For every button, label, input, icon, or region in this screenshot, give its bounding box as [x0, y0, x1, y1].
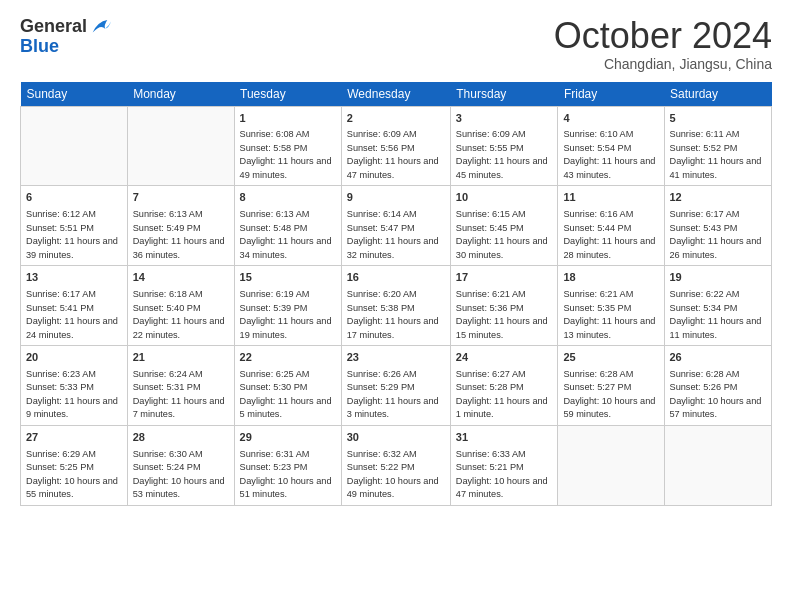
- day-cell: 16Sunrise: 6:20 AMSunset: 5:38 PMDayligh…: [341, 266, 450, 346]
- day-cell: 29Sunrise: 6:31 AMSunset: 5:23 PMDayligh…: [234, 425, 341, 505]
- logo-text: General: [20, 17, 87, 37]
- day-info: Sunrise: 6:22 AMSunset: 5:34 PMDaylight:…: [670, 289, 762, 340]
- week-row-2: 6Sunrise: 6:12 AMSunset: 5:51 PMDaylight…: [21, 186, 772, 266]
- day-cell: 17Sunrise: 6:21 AMSunset: 5:36 PMDayligh…: [450, 266, 558, 346]
- day-cell: 25Sunrise: 6:28 AMSunset: 5:27 PMDayligh…: [558, 346, 664, 426]
- day-info: Sunrise: 6:16 AMSunset: 5:44 PMDaylight:…: [563, 209, 655, 260]
- day-number: 26: [670, 350, 767, 365]
- day-cell: 30Sunrise: 6:32 AMSunset: 5:22 PMDayligh…: [341, 425, 450, 505]
- col-header-thursday: Thursday: [450, 82, 558, 107]
- header-row: SundayMondayTuesdayWednesdayThursdayFrid…: [21, 82, 772, 107]
- day-number: 28: [133, 430, 229, 445]
- col-header-saturday: Saturday: [664, 82, 772, 107]
- day-info: Sunrise: 6:25 AMSunset: 5:30 PMDaylight:…: [240, 369, 332, 420]
- week-row-4: 20Sunrise: 6:23 AMSunset: 5:33 PMDayligh…: [21, 346, 772, 426]
- day-number: 23: [347, 350, 445, 365]
- day-info: Sunrise: 6:13 AMSunset: 5:48 PMDaylight:…: [240, 209, 332, 260]
- day-info: Sunrise: 6:28 AMSunset: 5:26 PMDaylight:…: [670, 369, 762, 420]
- day-number: 11: [563, 190, 658, 205]
- day-number: 19: [670, 270, 767, 285]
- day-cell: 4Sunrise: 6:10 AMSunset: 5:54 PMDaylight…: [558, 106, 664, 186]
- day-number: 29: [240, 430, 336, 445]
- day-info: Sunrise: 6:24 AMSunset: 5:31 PMDaylight:…: [133, 369, 225, 420]
- day-info: Sunrise: 6:14 AMSunset: 5:47 PMDaylight:…: [347, 209, 439, 260]
- day-number: 24: [456, 350, 553, 365]
- col-header-wednesday: Wednesday: [341, 82, 450, 107]
- day-info: Sunrise: 6:23 AMSunset: 5:33 PMDaylight:…: [26, 369, 118, 420]
- day-cell: 9Sunrise: 6:14 AMSunset: 5:47 PMDaylight…: [341, 186, 450, 266]
- day-info: Sunrise: 6:17 AMSunset: 5:41 PMDaylight:…: [26, 289, 118, 340]
- day-cell: 20Sunrise: 6:23 AMSunset: 5:33 PMDayligh…: [21, 346, 128, 426]
- day-info: Sunrise: 6:33 AMSunset: 5:21 PMDaylight:…: [456, 449, 548, 500]
- header: General Blue October 2024 Changdian, Jia…: [20, 16, 772, 72]
- day-number: 20: [26, 350, 122, 365]
- week-row-5: 27Sunrise: 6:29 AMSunset: 5:25 PMDayligh…: [21, 425, 772, 505]
- day-cell: 1Sunrise: 6:08 AMSunset: 5:58 PMDaylight…: [234, 106, 341, 186]
- day-cell: 19Sunrise: 6:22 AMSunset: 5:34 PMDayligh…: [664, 266, 772, 346]
- day-cell: 5Sunrise: 6:11 AMSunset: 5:52 PMDaylight…: [664, 106, 772, 186]
- day-cell: 8Sunrise: 6:13 AMSunset: 5:48 PMDaylight…: [234, 186, 341, 266]
- day-info: Sunrise: 6:09 AMSunset: 5:55 PMDaylight:…: [456, 129, 548, 180]
- day-info: Sunrise: 6:26 AMSunset: 5:29 PMDaylight:…: [347, 369, 439, 420]
- day-cell: 27Sunrise: 6:29 AMSunset: 5:25 PMDayligh…: [21, 425, 128, 505]
- day-info: Sunrise: 6:17 AMSunset: 5:43 PMDaylight:…: [670, 209, 762, 260]
- day-info: Sunrise: 6:10 AMSunset: 5:54 PMDaylight:…: [563, 129, 655, 180]
- day-cell: 7Sunrise: 6:13 AMSunset: 5:49 PMDaylight…: [127, 186, 234, 266]
- day-number: 4: [563, 111, 658, 126]
- day-number: 27: [26, 430, 122, 445]
- day-info: Sunrise: 6:19 AMSunset: 5:39 PMDaylight:…: [240, 289, 332, 340]
- day-number: 2: [347, 111, 445, 126]
- day-cell: 18Sunrise: 6:21 AMSunset: 5:35 PMDayligh…: [558, 266, 664, 346]
- day-cell: 22Sunrise: 6:25 AMSunset: 5:30 PMDayligh…: [234, 346, 341, 426]
- day-info: Sunrise: 6:12 AMSunset: 5:51 PMDaylight:…: [26, 209, 118, 260]
- day-info: Sunrise: 6:30 AMSunset: 5:24 PMDaylight:…: [133, 449, 225, 500]
- day-info: Sunrise: 6:13 AMSunset: 5:49 PMDaylight:…: [133, 209, 225, 260]
- day-info: Sunrise: 6:15 AMSunset: 5:45 PMDaylight:…: [456, 209, 548, 260]
- logo-blue: Blue: [20, 36, 111, 57]
- day-cell: 2Sunrise: 6:09 AMSunset: 5:56 PMDaylight…: [341, 106, 450, 186]
- day-number: 12: [670, 190, 767, 205]
- day-number: 15: [240, 270, 336, 285]
- day-info: Sunrise: 6:29 AMSunset: 5:25 PMDaylight:…: [26, 449, 118, 500]
- day-cell: 12Sunrise: 6:17 AMSunset: 5:43 PMDayligh…: [664, 186, 772, 266]
- day-cell: 13Sunrise: 6:17 AMSunset: 5:41 PMDayligh…: [21, 266, 128, 346]
- day-number: 17: [456, 270, 553, 285]
- page: General Blue October 2024 Changdian, Jia…: [0, 0, 792, 612]
- week-row-3: 13Sunrise: 6:17 AMSunset: 5:41 PMDayligh…: [21, 266, 772, 346]
- day-info: Sunrise: 6:31 AMSunset: 5:23 PMDaylight:…: [240, 449, 332, 500]
- day-cell: 14Sunrise: 6:18 AMSunset: 5:40 PMDayligh…: [127, 266, 234, 346]
- location: Changdian, Jiangsu, China: [554, 56, 772, 72]
- day-number: 3: [456, 111, 553, 126]
- day-cell: 10Sunrise: 6:15 AMSunset: 5:45 PMDayligh…: [450, 186, 558, 266]
- logo-bird-icon: [89, 16, 111, 38]
- day-number: 7: [133, 190, 229, 205]
- day-info: Sunrise: 6:28 AMSunset: 5:27 PMDaylight:…: [563, 369, 655, 420]
- day-cell: 11Sunrise: 6:16 AMSunset: 5:44 PMDayligh…: [558, 186, 664, 266]
- day-number: 13: [26, 270, 122, 285]
- day-number: 1: [240, 111, 336, 126]
- col-header-friday: Friday: [558, 82, 664, 107]
- day-cell: [21, 106, 128, 186]
- day-number: 18: [563, 270, 658, 285]
- day-cell: 6Sunrise: 6:12 AMSunset: 5:51 PMDaylight…: [21, 186, 128, 266]
- day-cell: 21Sunrise: 6:24 AMSunset: 5:31 PMDayligh…: [127, 346, 234, 426]
- day-number: 6: [26, 190, 122, 205]
- day-cell: 24Sunrise: 6:27 AMSunset: 5:28 PMDayligh…: [450, 346, 558, 426]
- day-number: 5: [670, 111, 767, 126]
- day-cell: 31Sunrise: 6:33 AMSunset: 5:21 PMDayligh…: [450, 425, 558, 505]
- day-number: 30: [347, 430, 445, 445]
- day-info: Sunrise: 6:09 AMSunset: 5:56 PMDaylight:…: [347, 129, 439, 180]
- day-number: 14: [133, 270, 229, 285]
- day-cell: [664, 425, 772, 505]
- day-number: 31: [456, 430, 553, 445]
- title-block: October 2024 Changdian, Jiangsu, China: [554, 16, 772, 72]
- day-cell: [127, 106, 234, 186]
- day-info: Sunrise: 6:11 AMSunset: 5:52 PMDaylight:…: [670, 129, 762, 180]
- week-row-1: 1Sunrise: 6:08 AMSunset: 5:58 PMDaylight…: [21, 106, 772, 186]
- day-info: Sunrise: 6:18 AMSunset: 5:40 PMDaylight:…: [133, 289, 225, 340]
- day-number: 16: [347, 270, 445, 285]
- logo: General Blue: [20, 16, 111, 57]
- day-info: Sunrise: 6:32 AMSunset: 5:22 PMDaylight:…: [347, 449, 439, 500]
- month-title: October 2024: [554, 16, 772, 56]
- day-cell: [558, 425, 664, 505]
